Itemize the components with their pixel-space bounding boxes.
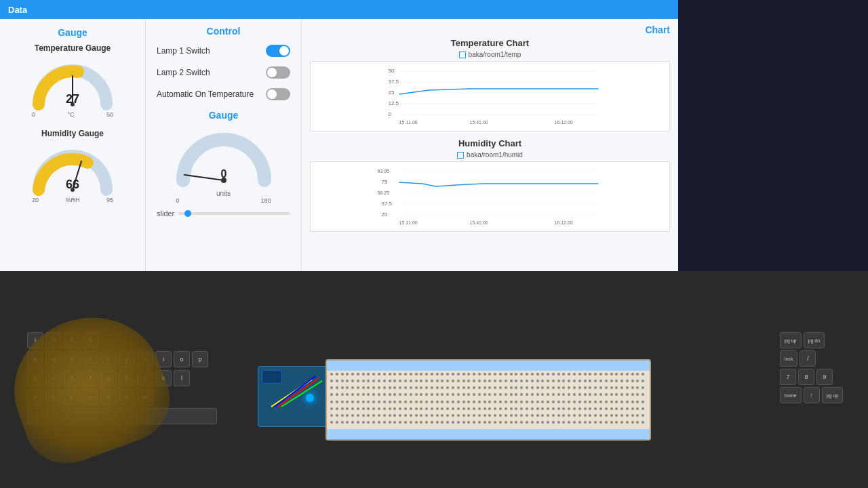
auto-toggle[interactable]: [266, 88, 290, 100]
breadboard-hole: [526, 373, 528, 375]
humidity-chart-block: Humidity Chart baka/room1/humid 93.95 75…: [310, 138, 670, 232]
breadboard-hole: [404, 373, 407, 375]
breadboard-hole: [520, 421, 523, 424]
breadboard-hole: [436, 401, 439, 403]
breadboard-hole: [594, 414, 597, 417]
breadboard-hole: [610, 414, 613, 417]
breadboard-hole: [420, 380, 422, 382]
key-pgup2[interactable]: pg up: [822, 387, 844, 403]
key-pgup[interactable]: pg up: [780, 332, 802, 348]
breadboard-hole: [389, 380, 391, 382]
breadboard-hole: [452, 421, 454, 424]
breadboard-top-stripe: [327, 361, 650, 371]
breadboard-hole: [536, 421, 539, 424]
breadboard-hole: [336, 393, 338, 396]
breadboard-hole: [568, 386, 570, 389]
key-home[interactable]: home: [780, 387, 802, 403]
breadboard-hole: [431, 373, 433, 375]
breadboard-hole: [499, 386, 502, 389]
svg-text:75: 75: [382, 179, 388, 185]
breadboard-hole: [599, 407, 602, 410]
breadboard-hole: [488, 421, 491, 424]
key-9[interactable]: 9: [816, 369, 833, 385]
slider-track[interactable]: [178, 212, 290, 215]
breadboard-hole: [357, 393, 359, 396]
breadboard-hole: [541, 401, 544, 403]
key-pgdn[interactable]: pg dn: [804, 332, 825, 348]
breadboard-hole: [568, 421, 570, 424]
breadboard-hole: [441, 386, 443, 389]
breadboard-hole: [515, 373, 517, 375]
breadboard-hole: [362, 386, 365, 389]
breadboard-hole: [341, 373, 344, 375]
top-bar-title: Data: [8, 5, 27, 15]
breadboard-hole: [573, 380, 576, 382]
breadboard-hole: [568, 401, 570, 403]
breadboard-hole: [446, 414, 449, 417]
breadboard-hole: [415, 401, 418, 403]
breadboard-hole: [393, 393, 396, 396]
breadboard-hole: [378, 386, 380, 389]
key-lock[interactable]: lock: [780, 350, 797, 367]
breadboard-hole: [478, 414, 481, 417]
breadboard-hole: [367, 421, 370, 424]
key-slash[interactable]: /: [800, 350, 816, 367]
breadboard-hole: [410, 401, 412, 403]
laptop-screen: Data Gauge Temperature Gauge 27: [0, 0, 678, 285]
breadboard-hole: [457, 373, 460, 375]
breadboard-hole: [341, 386, 344, 389]
breadboard-hole: [494, 386, 496, 389]
breadboard-hole: [589, 401, 591, 403]
humid-legend-label: baka/room1/humid: [467, 151, 523, 159]
breadboard-hole: [599, 373, 602, 375]
breadboard-hole: [346, 421, 349, 424]
breadboard-hole: [552, 414, 555, 417]
breadboard-hole: [467, 386, 470, 389]
breadboard-hole: [547, 380, 549, 382]
breadboard-hole: [584, 393, 587, 396]
breadboard-hole: [584, 407, 587, 410]
breadboard-hole: [552, 407, 555, 410]
key-o[interactable]: o: [174, 351, 190, 367]
arduino-chip: [262, 370, 282, 384]
breadboard-hole: [357, 380, 359, 382]
breadboard-hole: [594, 401, 597, 403]
lamp2-toggle[interactable]: [266, 66, 290, 79]
breadboard-hole: [346, 407, 349, 410]
key-p[interactable]: p: [192, 351, 208, 367]
breadboard-hole: [631, 421, 634, 424]
breadboard-hole: [473, 401, 475, 403]
breadboard-hole: [393, 407, 396, 410]
breadboard-hole: [399, 421, 401, 424]
breadboard-hole: [431, 421, 433, 424]
main-content: Gauge Temperature Gauge 27 0 °C: [0, 19, 678, 285]
breadboard-hole: [615, 393, 618, 396]
breadboard-hole: [457, 380, 460, 382]
gauge-section-title: Gauge: [8, 27, 137, 38]
breadboard-hole: [431, 414, 433, 417]
breadboard-hole: [404, 386, 407, 389]
breadboard-hole: [425, 386, 428, 389]
breadboard-hole: [415, 393, 418, 396]
breadboard-hole: [541, 386, 544, 389]
breadboard-hole: [494, 401, 496, 403]
breadboard-hole: [620, 386, 623, 389]
key-l[interactable]: l: [174, 370, 190, 386]
slider-row: slider: [157, 209, 290, 218]
breadboard-hole: [462, 401, 465, 403]
key-up[interactable]: ↑: [804, 387, 820, 403]
breadboard-hole: [547, 407, 549, 410]
key-8[interactable]: 8: [798, 369, 814, 385]
breadboard-hole: [552, 373, 555, 375]
breadboard-hole: [531, 421, 534, 424]
breadboard-hole: [510, 380, 513, 382]
lamp1-toggle[interactable]: [266, 45, 290, 57]
key-7[interactable]: 7: [780, 369, 796, 385]
breadboard-hole: [346, 401, 349, 403]
svg-text:56.25: 56.25: [378, 190, 390, 195]
breadboard-hole: [404, 407, 407, 410]
breadboard-hole: [557, 373, 560, 375]
breadboard-hole: [452, 393, 454, 396]
svg-text:20: 20: [382, 211, 388, 218]
breadboard-hole: [336, 380, 338, 382]
